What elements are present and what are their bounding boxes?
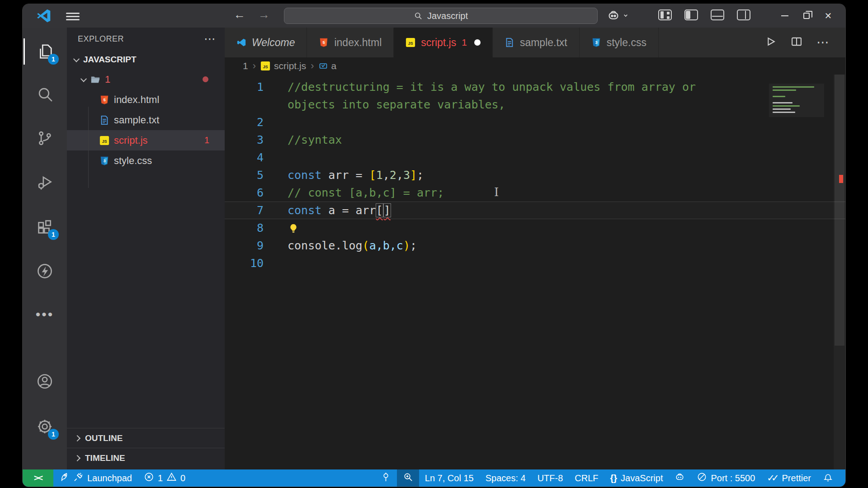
indent-guide — [88, 107, 89, 188]
breadcrumb-file-label: script.js — [274, 61, 306, 71]
status-zoom-indicator[interactable] — [397, 469, 419, 487]
code-line-6[interactable]: 6// const [a,b,c] = arr; — [225, 184, 845, 202]
restore-button[interactable] — [796, 4, 817, 28]
chevron-down-icon — [80, 75, 87, 82]
tab-style.css[interactable]: 3style.css — [580, 28, 659, 57]
editor-scrollbar[interactable] — [834, 75, 845, 469]
activity-thunder-client-icon[interactable] — [23, 252, 67, 291]
command-center-label: Javascript — [427, 11, 468, 21]
tab-Welcome[interactable]: Welcome — [225, 28, 307, 57]
code-text: const arr = [1,2,3]; — [264, 166, 424, 184]
minimap[interactable] — [769, 84, 824, 117]
status-encoding[interactable]: UTF-8 — [532, 469, 569, 487]
toggle-secondary-sidebar-icon[interactable] — [737, 9, 750, 20]
activity-source-control-icon[interactable] — [23, 119, 67, 158]
customize-layout-icon[interactable] — [658, 9, 672, 20]
code-text: // const [a,b,c] = arr; — [264, 184, 444, 202]
nav-forward-button[interactable]: → — [256, 8, 272, 22]
code-line-9[interactable]: 9console.log(a,b,c); — [225, 237, 845, 254]
editor-actions: ⋯ — [764, 28, 845, 57]
launchpad-label: Launchpad — [87, 473, 132, 483]
target-icon — [381, 472, 391, 484]
activity-explorer-icon[interactable]: 1 — [23, 32, 67, 71]
breadcrumb-file[interactable]: JS script.js — [260, 61, 306, 71]
line-number: 4 — [225, 149, 264, 166]
menu-hamburger-icon[interactable] — [66, 11, 80, 21]
code-text — [264, 149, 288, 166]
activity-extensions-icon[interactable]: 1 — [23, 207, 67, 246]
minimize-button[interactable] — [774, 4, 796, 28]
code-line-3[interactable]: 3//syntax — [225, 131, 845, 149]
file-item-index.html[interactable]: 5index.html — [67, 89, 225, 110]
editor-more-actions-icon[interactable]: ⋯ — [816, 40, 830, 45]
activity-bar: 11•••1 — [23, 28, 67, 469]
folder-item-1[interactable]: 1 — [67, 69, 225, 89]
code-text: console.log(a,b,c); — [264, 237, 417, 254]
warning-count: 0 — [180, 473, 185, 483]
code-text: objects into separate variables, — [264, 96, 505, 113]
code-line-8[interactable]: 8 — [225, 219, 845, 237]
toggle-panel-icon[interactable] — [711, 9, 724, 20]
file-name: index.html — [114, 94, 159, 106]
close-button[interactable]: ✕ — [817, 4, 839, 28]
status-problems[interactable]: 10 — [138, 469, 191, 487]
toggle-primary-sidebar-icon[interactable] — [684, 9, 698, 20]
badge: 1 — [48, 54, 59, 65]
badge: 1 — [48, 429, 59, 440]
scrollbar-slider[interactable] — [835, 75, 844, 346]
activity-run-debug-icon[interactable] — [23, 163, 67, 202]
explorer-more-actions-icon[interactable]: ⋯ — [204, 37, 217, 41]
run-code-button[interactable] — [764, 35, 777, 50]
status-launchpad[interactable]: Launchpad — [53, 469, 138, 487]
status-screencast-target[interactable] — [375, 469, 397, 487]
status-live-server-port[interactable]: Port : 5500 — [691, 469, 761, 487]
file-item-sample.txt[interactable]: sample.txt — [67, 110, 225, 130]
code-line-5[interactable]: 5const arr = [1,2,3]; — [225, 166, 845, 184]
tab-label: script.js — [421, 37, 456, 49]
vscode-window: ← → Javascript ✕ 11•••1 — [22, 4, 846, 487]
activity-search-icon[interactable] — [23, 75, 67, 113]
breadcrumb-symbol[interactable]: a — [319, 61, 337, 71]
status-indentation[interactable]: Spaces: 4 — [480, 469, 532, 487]
code-line-wrap[interactable]: objects into separate variables, — [225, 96, 845, 113]
breadcrumb-folder[interactable]: 1 — [243, 61, 248, 71]
activity-settings-icon[interactable]: 1 — [23, 407, 67, 446]
status-eol[interactable]: CRLF — [569, 469, 604, 487]
status-notifications[interactable] — [817, 469, 839, 487]
status-copilot-status[interactable] — [669, 469, 691, 487]
breadcrumb-folder-label: 1 — [243, 61, 248, 71]
file-problem-count: 1 — [204, 135, 209, 145]
status-cursor-position[interactable]: Ln 7, Col 15 — [419, 469, 480, 487]
status-label: Prettier — [782, 473, 811, 483]
code-line-1[interactable]: 1//destructuring = it is a way to unpack… — [225, 78, 845, 96]
line-number: 5 — [225, 166, 264, 184]
code-line-2[interactable]: 2 — [225, 113, 845, 131]
code-line-10[interactable]: 10 — [225, 254, 845, 272]
nav-back-button[interactable]: ← — [231, 8, 248, 22]
tab-index.html[interactable]: 5index.html — [307, 28, 394, 57]
tab-sample.txt[interactable]: sample.txt — [493, 28, 580, 57]
warning-icon — [166, 472, 177, 484]
code-editor[interactable]: 1//destructuring = it is a way to unpack… — [225, 75, 845, 469]
tab-script.js[interactable]: JSscript.js1 — [394, 28, 493, 57]
workspace-section-javascript[interactable]: JAVASCRIPT — [67, 50, 225, 69]
code-line-7[interactable]: 7const a = arr[] — [225, 202, 845, 219]
status-language-mode[interactable]: {}JavaScript — [604, 469, 669, 487]
timeline-section[interactable]: TIMELINE — [67, 448, 225, 468]
code-line-4[interactable]: 4 — [225, 149, 845, 166]
activity-more-actions-icon[interactable]: ••• — [23, 295, 67, 334]
code-text: //destructuring = it is a way to unpack … — [264, 78, 696, 96]
file-item-script.js[interactable]: JSscript.js1 — [67, 130, 225, 150]
outline-section[interactable]: OUTLINE — [67, 428, 225, 448]
modified-dot-icon[interactable] — [474, 39, 481, 46]
tab-label: sample.txt — [520, 37, 567, 49]
svg-text:JS: JS — [263, 65, 268, 69]
html-file-icon: 5 — [319, 38, 329, 47]
split-editor-button[interactable] — [790, 35, 803, 50]
remote-indicator[interactable]: >< — [23, 469, 53, 487]
command-center-search[interactable]: Javascript — [284, 8, 598, 24]
file-item-style.css[interactable]: 3style.css — [67, 150, 225, 171]
activity-accounts-icon[interactable] — [23, 362, 67, 401]
copilot-menu-button[interactable] — [607, 9, 629, 22]
status-prettier[interactable]: ✓✓Prettier — [761, 469, 817, 487]
